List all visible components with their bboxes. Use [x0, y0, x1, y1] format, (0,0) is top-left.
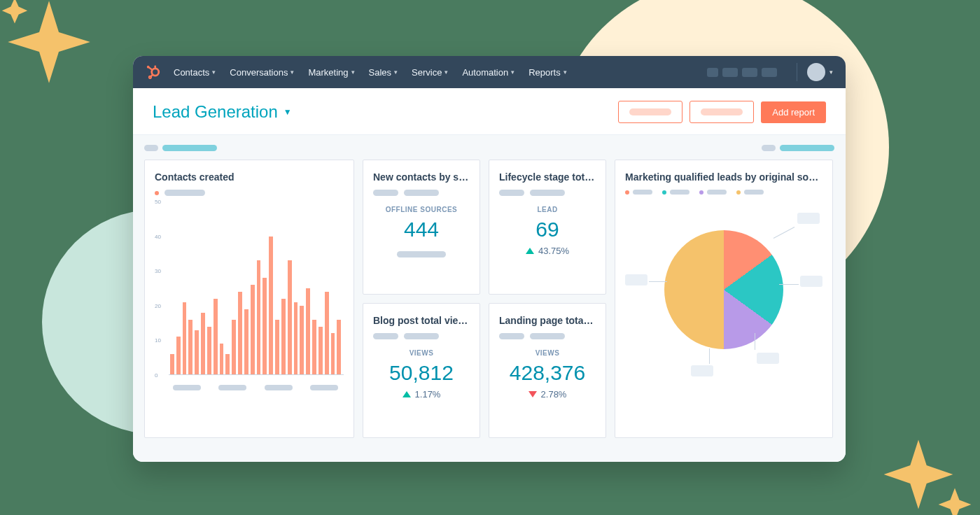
- card-title: Marketing qualified leads by original so…: [625, 171, 822, 183]
- trend-up-icon: [526, 248, 534, 254]
- filter-placeholder: [780, 145, 834, 151]
- contacts-created-chart: 01020304050: [155, 202, 344, 390]
- pie-slice-label: [625, 274, 648, 285]
- filter-placeholder: [762, 145, 776, 151]
- filter-placeholder: [162, 145, 217, 151]
- chevron-down-icon: ▾: [444, 69, 448, 76]
- card-new-contacts: New contacts by source OFFLINE SOURCES 4…: [363, 160, 480, 295]
- x-tick-placeholder: [310, 385, 338, 390]
- page-header: Lead Generation ▼ Add report: [133, 88, 846, 134]
- pie-slice-label: [691, 365, 713, 376]
- kpi-value: 69: [499, 218, 596, 241]
- chevron-down-icon: ▾: [564, 69, 567, 76]
- x-tick-placeholder: [173, 385, 201, 390]
- card-title: Contacts created: [155, 171, 344, 183]
- filter-placeholder: [144, 145, 158, 151]
- card-title: Blog post total views: [373, 315, 470, 326]
- nav-divider: [797, 63, 797, 81]
- app-window: Contacts▾ Conversations▾ Marketing▾ Sale…: [133, 56, 846, 462]
- add-report-button[interactable]: Add report: [761, 101, 826, 123]
- kpi-value: 50,812: [373, 361, 470, 385]
- chevron-down-icon: ▾: [511, 69, 514, 76]
- nav-utility-icons[interactable]: [707, 68, 777, 77]
- legend-dot-icon: [662, 190, 666, 195]
- kpi-label: OFFLINE SOURCES: [373, 206, 470, 213]
- top-navbar: Contacts▾ Conversations▾ Marketing▾ Sale…: [133, 56, 846, 88]
- nav-automation[interactable]: Automation▾: [462, 67, 514, 78]
- header-action-2[interactable]: [690, 101, 754, 123]
- nav-marketing[interactable]: Marketing▾: [308, 67, 354, 78]
- card-mql-pie: Marketing qualified leads by original so…: [615, 160, 833, 438]
- sparkle-icon: [0, 0, 98, 91]
- dashboard-title[interactable]: Lead Generation: [153, 102, 278, 122]
- chevron-down-icon: ▾: [212, 69, 216, 76]
- legend-dot-icon: [155, 191, 159, 195]
- legend-placeholder: [164, 190, 205, 196]
- svg-point-6: [149, 76, 151, 78]
- caret-down-icon[interactable]: ▼: [284, 107, 292, 117]
- x-tick-placeholder: [218, 385, 246, 390]
- svg-point-4: [154, 65, 156, 67]
- dashboard-body: Contacts created 01020304050 New cont: [133, 134, 846, 462]
- card-landing-page: Landing page total… VIEWS 428,376 2.78%: [489, 303, 606, 438]
- card-blog-views: Blog post total views VIEWS 50,812 1.17%: [363, 303, 480, 438]
- trend-up-icon: [402, 391, 411, 397]
- kpi-value: 428,376: [499, 361, 596, 385]
- kpi-label: LEAD: [499, 206, 596, 213]
- legend-dot-icon: [625, 190, 629, 195]
- x-tick-placeholder: [265, 385, 293, 390]
- sparkle-icon: [882, 438, 973, 515]
- card-title: Lifecycle stage totals: [499, 171, 596, 183]
- pie-slice-label: [797, 213, 820, 224]
- nav-conversations[interactable]: Conversations▾: [230, 67, 294, 78]
- kpi-delta: 2.78%: [541, 389, 567, 400]
- kpi-delta: 43.75%: [538, 246, 569, 256]
- svg-point-2: [147, 66, 150, 69]
- card-title: New contacts by source: [373, 171, 470, 183]
- chevron-down-icon: ▾: [830, 69, 833, 76]
- header-action-1[interactable]: [618, 101, 682, 123]
- nav-menu: Contacts▾ Conversations▾ Marketing▾ Sale…: [174, 67, 567, 78]
- pie-slice-label: [800, 276, 822, 287]
- card-title: Landing page total…: [499, 315, 596, 326]
- legend-dot-icon: [699, 190, 704, 195]
- chevron-down-icon: ▾: [394, 69, 398, 76]
- nav-service[interactable]: Service▾: [412, 67, 448, 78]
- kpi-value: 444: [373, 218, 470, 241]
- legend-dot-icon: [736, 190, 741, 195]
- card-lifecycle: Lifecycle stage totals LEAD 69 43.75%: [489, 160, 606, 295]
- pie-legend: [625, 190, 822, 195]
- kpi-label: VIEWS: [499, 349, 596, 357]
- card-contacts-created: Contacts created 01020304050: [144, 160, 354, 438]
- nav-reports[interactable]: Reports▾: [528, 67, 567, 78]
- nav-contacts[interactable]: Contacts▾: [174, 67, 216, 78]
- kpi-label: VIEWS: [373, 349, 470, 357]
- pie-slice-label: [757, 353, 779, 364]
- mql-pie-chart: [625, 199, 822, 381]
- hubspot-logo-icon[interactable]: [146, 64, 161, 80]
- nav-sales[interactable]: Sales▾: [369, 67, 398, 78]
- kpi-delta: 1.17%: [415, 389, 441, 400]
- chevron-down-icon: ▾: [290, 69, 294, 76]
- trend-down-icon: [528, 391, 537, 397]
- chevron-down-icon: ▾: [351, 69, 355, 76]
- user-avatar[interactable]: [807, 63, 825, 81]
